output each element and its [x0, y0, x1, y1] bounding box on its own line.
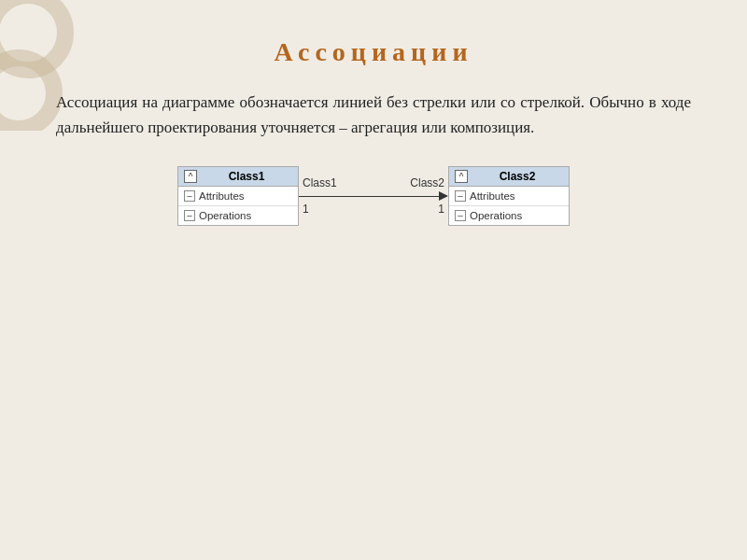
- arrow-label-left: Class1: [303, 176, 337, 189]
- expand-symbol2: ^: [459, 172, 464, 182]
- class1-ops-label: Operations: [199, 210, 251, 221]
- diagram-area: ^ Class1 − Attributes − Operations Class…: [56, 166, 691, 226]
- arrow-top-labels: Class1 Class2: [299, 176, 448, 189]
- class2-operations: − Operations: [449, 206, 569, 225]
- class1-name: Class1: [201, 170, 292, 183]
- expand-symbol: ^: [189, 172, 193, 182]
- arrow-label-right: Class2: [410, 176, 444, 189]
- arrow-head: [439, 191, 448, 201]
- class2-ops-minus: −: [455, 210, 466, 221]
- class2-attr-label: Attributes: [470, 190, 515, 202]
- class2-attr-minus: −: [455, 190, 466, 202]
- arrow-bottom-labels: 1 1: [299, 203, 448, 216]
- class2-expand-icon: ^: [455, 170, 468, 183]
- arrow-line: [299, 196, 439, 197]
- class1-box: ^ Class1 − Attributes − Operations: [177, 166, 299, 226]
- class2-attributes: − Attributes: [449, 187, 569, 206]
- arrow-connector: Class1 Class2 1 1: [299, 176, 448, 216]
- body-text: Ассоциация на диаграмме обозначается лин…: [56, 90, 691, 140]
- class1-ops-minus: −: [184, 210, 195, 221]
- class2-header: ^ Class2: [449, 167, 569, 187]
- class1-attributes: − Attributes: [178, 187, 298, 206]
- class1-header: ^ Class1: [178, 167, 298, 187]
- class2-box: ^ Class2 − Attributes − Operations: [448, 166, 570, 226]
- multiplicity-left: 1: [303, 203, 309, 216]
- class1-attr-minus: −: [184, 190, 195, 202]
- multiplicity-right: 1: [438, 203, 444, 216]
- class1-attr-label: Attributes: [199, 190, 245, 202]
- slide-title: Ассоциации: [56, 37, 691, 67]
- class2-ops-label: Operations: [470, 210, 522, 221]
- class1-operations: − Operations: [178, 206, 298, 225]
- class2-name: Class2: [472, 170, 563, 183]
- diagram-container: ^ Class1 − Attributes − Operations Class…: [177, 166, 570, 226]
- arrow-line-row: [299, 191, 448, 201]
- class1-expand-icon: ^: [184, 170, 197, 183]
